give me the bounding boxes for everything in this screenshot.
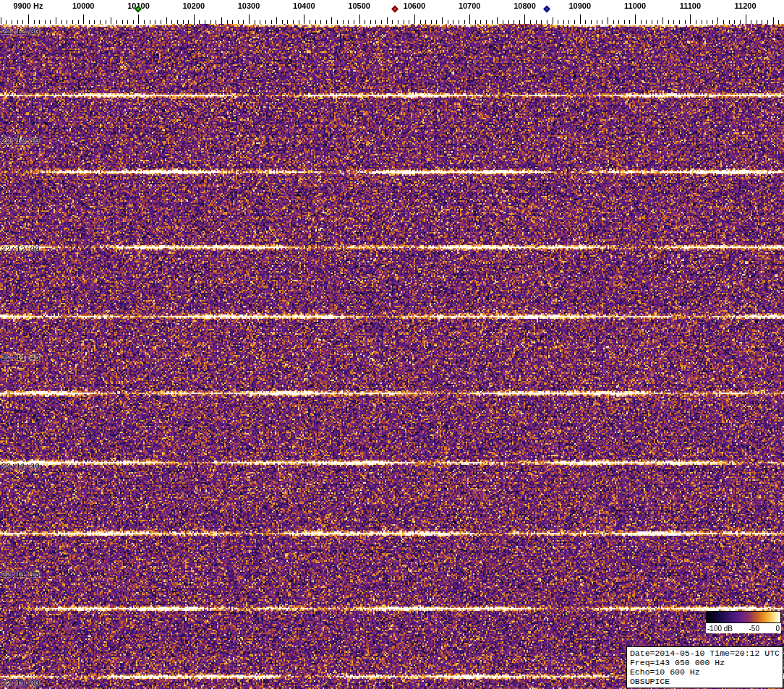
time-label: 22:11:00 — [1, 679, 40, 688]
waterfall-spectrogram: 22:12:3022:12:1522:12:0022:11:4522:11:30… — [0, 24, 784, 689]
info-date-line: Date=2014-05-10 Time=20:12 UTC — [630, 649, 780, 658]
time-label: 22:11:30 — [1, 462, 40, 471]
time-label: 22:12:15 — [1, 137, 40, 145]
frequency-ruler — [0, 0, 784, 24]
frequency-ruler-canvas — [0, 0, 784, 24]
time-label: 22:11:15 — [1, 570, 40, 579]
info-box: Date=2014-05-10 Time=20:12 UTC Freq=143 … — [626, 646, 783, 688]
colorbar-label-mid: -50 — [749, 625, 759, 633]
colorbar-label-right: 0 — [775, 625, 780, 633]
info-station-line: OBSUPICE — [630, 677, 780, 686]
colorbar-labels: -100 dB -50 0 — [706, 623, 781, 633]
spectrogram-app: 22:12:3022:12:1522:12:0022:11:4522:11:30… — [0, 0, 784, 689]
time-label: 22:12:30 — [1, 27, 40, 36]
info-echo-line: Echo=10 600 Hz — [630, 667, 780, 677]
spectrogram-canvas — [0, 24, 784, 689]
info-freq-line: Freq=143 050 000 Hz — [630, 658, 780, 667]
time-label: 22:11:45 — [1, 354, 40, 362]
colorbar-label-left: -100 dB — [707, 625, 733, 633]
db-colorbar: -100 dB -50 0 — [706, 611, 781, 633]
time-label: 22:12:00 — [1, 245, 40, 254]
colorbar-gradient — [706, 611, 781, 623]
